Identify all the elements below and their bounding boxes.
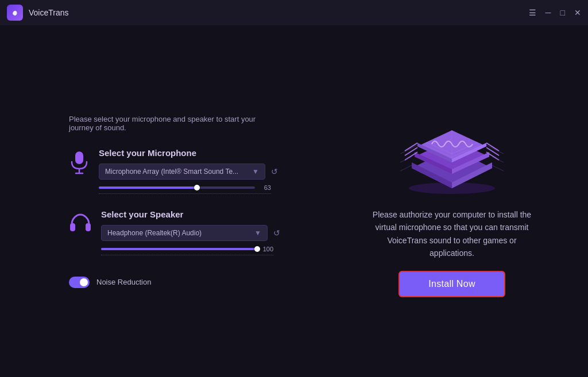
chip-illustration — [394, 105, 509, 197]
microphone-dropdown-arrow: ▼ — [252, 168, 259, 176]
svg-rect-4 — [70, 223, 75, 231]
microphone-slider-thumb — [194, 185, 200, 191]
microphone-volume-value: 63 — [260, 184, 271, 191]
svg-rect-5 — [86, 223, 91, 231]
noise-reduction-toggle[interactable] — [69, 277, 90, 288]
install-now-button[interactable]: Install Now — [399, 271, 505, 297]
install-description: Please authorize your computer to instal… — [372, 208, 532, 260]
speaker-dots-inner — [101, 255, 273, 255]
noise-reduction-row: Noise Reduction — [69, 277, 281, 288]
microphone-slider-row: 63 — [99, 184, 271, 191]
speaker-content: Select your Speaker Headphone (Realtek(R… — [101, 209, 281, 257]
titlebar: VoiceTrans ☰ ─ □ ✕ — [0, 0, 588, 25]
speaker-slider[interactable] — [101, 248, 257, 250]
speaker-selected: Headphone (Realtek(R) Audio) — [107, 229, 251, 237]
speaker-slider-thumb — [254, 246, 260, 252]
svg-rect-1 — [75, 151, 83, 164]
microphone-refresh-icon[interactable]: ↺ — [271, 167, 278, 176]
app-title: VoiceTrans — [29, 8, 69, 17]
svg-line-10 — [486, 143, 499, 151]
speaker-slider-dots — [101, 254, 273, 257]
titlebar-controls: ☰ ─ □ ✕ — [529, 9, 581, 17]
titlebar-left: VoiceTrans — [7, 5, 69, 21]
speaker-refresh-icon[interactable]: ↺ — [273, 228, 280, 238]
speaker-slider-fill — [101, 248, 257, 250]
microphone-dots-inner — [99, 193, 271, 194]
speaker-dropdown-arrow: ▼ — [254, 229, 261, 237]
microphone-title: Select your Microphone — [99, 148, 281, 158]
menu-icon[interactable]: ☰ — [529, 9, 536, 17]
speaker-volume-value: 100 — [262, 246, 273, 252]
microphone-dropdown[interactable]: Microphone Array (Intel® Smart Sound Te.… — [99, 164, 265, 180]
microphone-selected: Microphone Array (Intel® Smart Sound Te.… — [105, 168, 249, 176]
microphone-dropdown-row: Microphone Array (Intel® Smart Sound Te.… — [99, 164, 281, 180]
minimize-icon[interactable]: ─ — [546, 9, 551, 17]
speaker-dropdown[interactable]: Headphone (Realtek(R) Audio) ▼ — [101, 225, 268, 241]
speaker-section: Select your Speaker Headphone (Realtek(R… — [69, 209, 281, 257]
subtitle: Please select your microphone and speake… — [69, 115, 281, 132]
app-logo — [7, 5, 23, 21]
svg-line-7 — [405, 143, 417, 151]
microphone-slider-dots — [99, 192, 271, 196]
speaker-title: Select your Speaker — [101, 209, 281, 219]
noise-reduction-label: Noise Reduction — [96, 278, 151, 286]
speaker-slider-row: 100 — [101, 246, 273, 252]
close-icon[interactable]: ✕ — [574, 9, 581, 17]
speaker-dropdown-row: Headphone (Realtek(R) Audio) ▼ ↺ — [101, 225, 281, 241]
left-panel: Please select your microphone and speake… — [0, 25, 316, 377]
right-panel: Please authorize your computer to instal… — [316, 25, 588, 377]
headphone-icon — [69, 212, 92, 234]
microphone-content: Select your Microphone Microphone Array … — [99, 148, 281, 196]
maximize-icon[interactable]: □ — [560, 9, 565, 17]
microphone-icon — [69, 150, 90, 176]
microphone-slider-fill — [99, 186, 197, 189]
toggle-thumb — [80, 278, 88, 286]
main-content: Please select your microphone and speake… — [0, 25, 588, 377]
microphone-section: Select your Microphone Microphone Array … — [69, 148, 281, 196]
microphone-slider[interactable] — [99, 186, 255, 189]
